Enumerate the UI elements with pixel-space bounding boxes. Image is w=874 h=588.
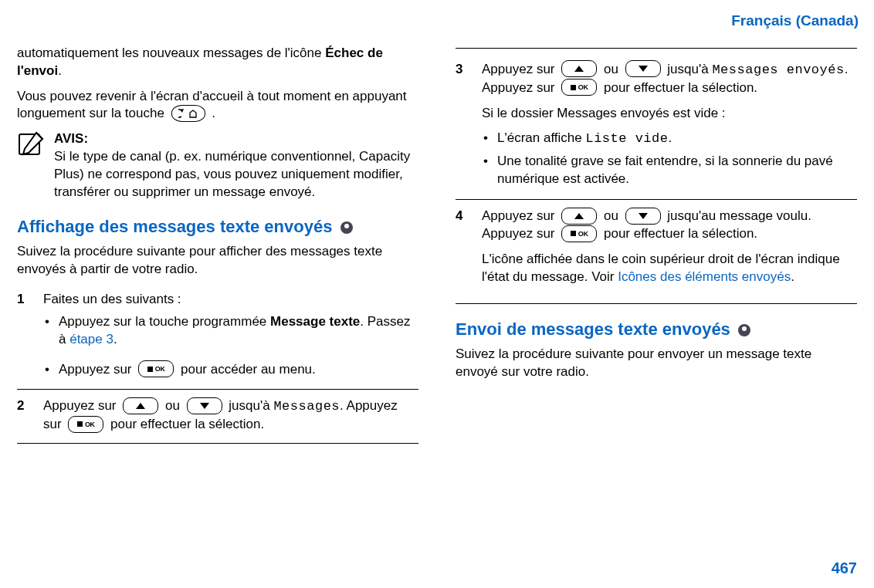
intro-paragraph: automatiquement les nouveaux messages de… <box>17 45 418 80</box>
section-lead-2: Suivez la procédure suivante pour envoye… <box>456 346 857 381</box>
return-home-paragraph: Vous pouvez revenir à l'écran d'accueil … <box>17 88 418 123</box>
home-key-icon <box>171 105 205 122</box>
step-3-bullet-1: L'écran affiche Liste vide. <box>482 130 857 148</box>
step-1-b1-c: . <box>113 332 117 346</box>
left-column: automatiquement les nouveaux messages de… <box>17 45 418 444</box>
step-1-b1-a: Appuyez sur la touche programmée <box>59 314 270 329</box>
up-key-icon <box>561 208 597 225</box>
notice-title: AVIS: <box>54 130 418 148</box>
step-1-b2-a: Appuyez sur <box>59 362 135 377</box>
section-heading-send-sent-text: Envoi de messages texte envoyés <box>456 319 730 339</box>
notice-icon <box>17 130 45 201</box>
header-language: Français (Canada) <box>17 11 859 31</box>
step-3-e: pour effectuer la sélection. <box>604 80 757 95</box>
down-key-icon <box>625 60 661 77</box>
step-1-b1-link[interactable]: étape 3 <box>69 332 113 346</box>
step-4: 4 Appuyez sur ou jusqu'au message voulu.… <box>456 199 857 304</box>
notice-body-text: Si le type de canal (p. ex. numérique co… <box>54 148 418 201</box>
step-1-b1-bold: Message texte <box>270 314 360 329</box>
step-2-number: 2 <box>17 397 34 434</box>
step-2-c: jusqu'à <box>229 398 273 413</box>
step-2-a: Appuyez sur <box>43 398 120 413</box>
step-2-b: ou <box>165 398 184 413</box>
step-3-bullets: L'écran affiche Liste vide. Une tonalité… <box>482 130 857 188</box>
step-3-a: Appuyez sur <box>482 62 558 76</box>
step-3-bullet-2: Une tonalité grave se fait entendre, si … <box>482 153 857 188</box>
step-4-p2-link[interactable]: Icônes des éléments envoyés <box>618 269 791 284</box>
two-column-layout: automatiquement les nouveaux messages de… <box>17 45 859 444</box>
ok-key-icon: OK <box>138 360 174 377</box>
section-lead: Suivez la procédure suivante pour affich… <box>17 243 418 279</box>
step-3-number: 3 <box>456 61 473 194</box>
step-4-number: 4 <box>456 208 473 294</box>
ok-key-icon: OK <box>68 416 103 433</box>
step-2: 2 Appuyez sur ou jusqu'à Messages. Appuy… <box>17 389 418 444</box>
step-1-bullet-1: Appuyez sur la touche programmée Message… <box>43 313 418 349</box>
down-key-icon <box>625 208 661 225</box>
step-3-empty-intro: Si le dossier Messages envoyés est vide … <box>482 105 857 123</box>
step-3-b1-mono: Liste vide <box>585 131 668 146</box>
page-number: 467 <box>832 558 857 579</box>
step-1-number: 1 <box>17 291 34 384</box>
section-heading-view-sent-text: Affichage des messages texte envoyés <box>17 217 332 236</box>
page: Français (Canada) automatiquement les no… <box>0 0 874 588</box>
step-3-b: ou <box>604 62 622 76</box>
step-2-e: pour effectuer la sélection. <box>110 417 264 431</box>
down-key-icon <box>187 397 222 414</box>
step-3-b1-a: L'écran affiche <box>497 130 585 145</box>
step-1-bullet-2: Appuyez sur OK pour accéder au menu. <box>43 361 418 379</box>
step-3: 3 Appuyez sur ou jusqu'à Messages envoyé… <box>456 56 857 198</box>
step-1-b2-b: pour accéder au menu. <box>181 362 316 377</box>
step-4-p2-b: . <box>791 269 794 284</box>
step-1-text: Faites un des suivants : <box>43 291 418 309</box>
ok-key-icon: OK <box>561 225 597 242</box>
feature-dot-icon <box>738 324 750 336</box>
return-home-suffix: . <box>212 106 215 120</box>
ok-key-icon: OK <box>561 79 597 96</box>
step-1: 1 Faites un des suivants : Appuyez sur l… <box>17 286 418 388</box>
right-column: 3 Appuyez sur ou jusqu'à Messages envoyé… <box>456 45 857 444</box>
step-1-bullets: Appuyez sur la touche programmée Message… <box>43 313 418 379</box>
section-heading-send-sent: Envoi de messages texte envoyés <box>456 318 857 341</box>
step-4-d: pour effectuer la sélection. <box>604 226 757 241</box>
step-3-b1-b: . <box>668 130 672 145</box>
step-4-a: Appuyez sur <box>482 208 558 223</box>
feature-dot-icon <box>340 221 353 234</box>
section-heading-view-sent: Affichage des messages texte envoyés <box>17 215 418 238</box>
step-2-target: Messages <box>273 399 340 414</box>
step-3-c: jusqu'à <box>667 62 712 76</box>
up-key-icon <box>561 60 597 77</box>
intro-text-2: . <box>58 63 62 78</box>
up-key-icon <box>123 397 158 414</box>
intro-text-1: automatiquement les nouveaux messages de… <box>17 46 325 60</box>
step-3-target: Messages envoyés <box>712 63 844 77</box>
steps-right: 3 Appuyez sur ou jusqu'à Messages envoyé… <box>456 48 857 304</box>
steps-left: 1 Faites un des suivants : Appuyez sur l… <box>17 286 418 444</box>
notice-block: AVIS: Si le type de canal (p. ex. numéri… <box>17 130 418 201</box>
step-4-b: ou <box>604 208 622 223</box>
